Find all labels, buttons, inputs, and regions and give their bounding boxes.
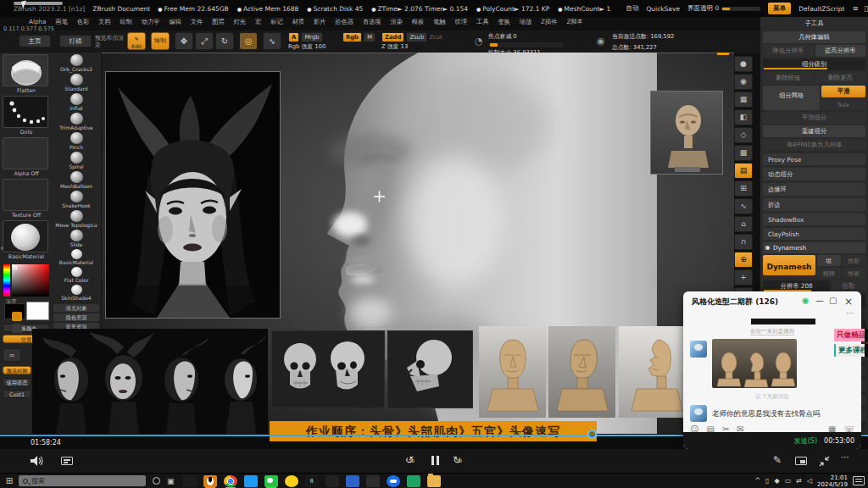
menu-item[interactable]: 工具 xyxy=(476,18,488,26)
auto-toggle[interactable]: 自动 xyxy=(626,4,638,13)
menu-item[interactable]: 影片 xyxy=(314,18,326,26)
pip-icon[interactable] xyxy=(795,457,807,465)
volume-icon[interactable] xyxy=(31,456,44,466)
wechat-icon[interactable] xyxy=(264,475,278,487)
fl-app-icon[interactable]: fl xyxy=(305,475,319,487)
local-symmetry-icon[interactable]: ∿ xyxy=(734,198,753,214)
grid-icon[interactable]: ▩ xyxy=(734,145,753,161)
dynamesh-section-header[interactable]: Dynamesh xyxy=(763,242,865,253)
chat-more-icon[interactable]: ⋯ xyxy=(846,308,854,318)
smooth-subdiv-button[interactable]: 平滑细分 xyxy=(763,112,865,124)
tab-draft[interactable]: 打稿 xyxy=(59,35,92,47)
seek-handle[interactable] xyxy=(587,430,597,439)
subsection-bar[interactable]: ShadowBox xyxy=(763,214,865,225)
cortana-icon[interactable] xyxy=(153,477,160,485)
preview-boolean-label[interactable]: 预览布尔渲染 xyxy=(95,35,129,48)
focal-shift-slider[interactable]: 焦点衰减 0 xyxy=(488,32,590,47)
stroke-type-button[interactable]: ∿ xyxy=(263,32,281,50)
stroke-slot[interactable]: Dots xyxy=(3,96,50,135)
menu-item[interactable]: 色彩 xyxy=(77,18,89,26)
mrgb-toggle[interactable]: Mrgb xyxy=(301,32,322,42)
menu-item[interactable]: 编辑 xyxy=(170,18,181,26)
current-brush-slot[interactable]: Flatten xyxy=(3,54,50,93)
blue-app-icon[interactable] xyxy=(346,475,359,487)
brush-item[interactable]: Slide xyxy=(53,230,100,249)
menu-item[interactable]: 宏 xyxy=(255,18,261,26)
dynamesh-shadow-toggle[interactable]: 投影 xyxy=(843,255,866,266)
menu-item[interactable]: 模板 xyxy=(412,18,424,26)
zoom-in-icon[interactable]: + xyxy=(734,269,753,286)
reconstruct-subdiv-button[interactable]: 重建细分 xyxy=(763,125,865,137)
brush-item[interactable]: Orb_Cracks2 xyxy=(53,54,100,74)
draw-button[interactable]: 绘制 xyxy=(151,32,170,50)
subtool-section-label[interactable]: 子工具 xyxy=(763,18,865,30)
minimize-icon[interactable]: — xyxy=(815,296,824,305)
menu-item[interactable]: 纹理 xyxy=(455,18,467,26)
replay-10-button[interactable]: ↺10 xyxy=(405,454,414,466)
primary-color-swatch[interactable] xyxy=(26,302,49,320)
battery-icon[interactable]: ▯ xyxy=(765,477,769,485)
volume-icon[interactable]: ◁ xyxy=(807,477,812,485)
menu-item[interactable]: 材质 xyxy=(292,18,304,26)
menu-item[interactable]: 缩放 xyxy=(520,18,531,26)
current-brush-button[interactable]: ◎ xyxy=(239,32,258,50)
green-app-icon[interactable] xyxy=(407,475,420,487)
texture-slot[interactable]: Texture Off xyxy=(3,179,50,218)
pin-icon[interactable]: ◉ xyxy=(802,296,810,305)
floor-grid-icon[interactable]: ⊞ xyxy=(734,180,753,197)
menu-item[interactable]: 拾色器 xyxy=(335,18,353,26)
brush-item[interactable]: Move Topologica xyxy=(53,210,100,230)
network-icon[interactable]: ⇄ xyxy=(796,477,802,485)
start-button[interactable]: ⊞ xyxy=(0,476,19,485)
bpr-render-icon[interactable]: ● xyxy=(734,56,753,72)
brush-item[interactable]: SnakeHook xyxy=(53,191,100,210)
divide-button[interactable]: 细分网格 xyxy=(763,86,820,110)
subdivision-level-slider[interactable]: 细分级别 xyxy=(763,58,865,70)
forward-30-button[interactable]: ↻30 xyxy=(453,454,461,466)
quicksave-button[interactable]: QuickSave xyxy=(646,5,680,13)
panel-collapse-arrow[interactable]: ‹ xyxy=(0,242,3,253)
menu-item[interactable]: 标记 xyxy=(270,18,282,26)
menus-grid-icon[interactable]: ≡ xyxy=(852,4,859,13)
brush-item[interactable]: Pinch xyxy=(53,132,100,152)
menus-button[interactable]: 菜单 xyxy=(768,3,791,14)
action-center-icon[interactable] xyxy=(853,476,865,485)
geometry-section-header[interactable]: 几何体编辑 xyxy=(763,31,865,43)
zcut-toggle[interactable]: Zcut xyxy=(429,34,442,41)
material-preview-icon[interactable]: ◉ xyxy=(734,74,753,90)
brush-item[interactable]: Spiral xyxy=(53,152,100,171)
dark-app-icon[interactable] xyxy=(326,475,339,487)
menu-item[interactable]: 变换 xyxy=(498,18,509,26)
material-item[interactable]: SkinShade4 xyxy=(53,285,100,302)
more-options-icon[interactable]: ··· xyxy=(841,452,849,462)
menu-item[interactable]: Z脚本 xyxy=(566,18,582,26)
subsection-bar[interactable]: 边缘环 xyxy=(763,183,865,196)
resource-button[interactable]: 颜色资源 xyxy=(53,313,99,321)
rotate-button[interactable]: ↻ xyxy=(215,32,234,50)
search-input[interactable]: 搜索 xyxy=(19,475,146,486)
color-picker[interactable] xyxy=(12,264,49,297)
resource-button[interactable]: 填充对象 xyxy=(53,304,99,312)
lower-res-button[interactable]: 降低分辨率 xyxy=(763,45,814,57)
dynamesh-blur-toggle[interactable]: 模糊 xyxy=(817,268,841,279)
m-toggle[interactable]: M xyxy=(364,32,376,42)
chat-image-message[interactable] xyxy=(712,339,797,388)
left-edge-tool-icon-2[interactable] xyxy=(12,324,22,333)
move-button[interactable]: ✥ xyxy=(175,32,193,50)
menu-item[interactable]: 图层 xyxy=(212,18,224,26)
subsection-bar[interactable]: Proxy Pose xyxy=(763,153,865,165)
pause-button[interactable] xyxy=(431,456,440,465)
brush-item[interactable]: MeshBalloon xyxy=(53,171,100,191)
delete-higher-button[interactable]: 删除更高 xyxy=(815,72,866,84)
danmaku-toggle-icon[interactable] xyxy=(61,457,73,465)
app-netease-icon[interactable] xyxy=(183,475,197,487)
menu-item[interactable]: 文件 xyxy=(191,18,203,26)
ui-opacity-slider[interactable]: 界面透明 0 xyxy=(687,4,760,13)
ch at-bubble-app-icon[interactable] xyxy=(366,475,380,487)
subsection-bar[interactable]: 折边 xyxy=(763,198,865,211)
menu-item[interactable]: 绘制 xyxy=(120,18,132,26)
use-pose-button[interactable]: 使用姿态 xyxy=(3,378,31,386)
close-chat-icon[interactable]: × xyxy=(844,296,853,308)
tab-home[interactable]: 主页 xyxy=(19,35,51,47)
dynamesh-project-toggle[interactable]: 投射 xyxy=(843,268,866,279)
